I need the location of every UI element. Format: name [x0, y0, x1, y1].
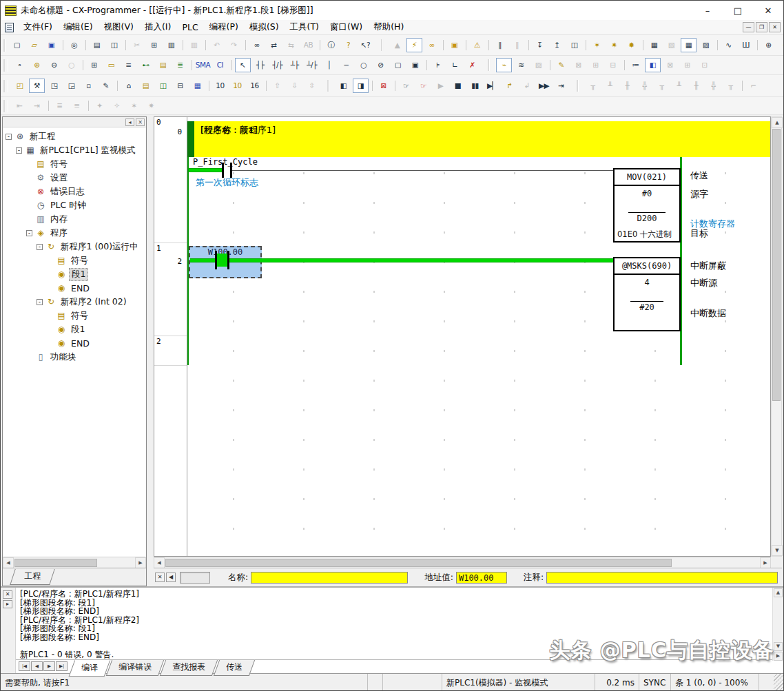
new-horizontal-line[interactable]: ─: [338, 58, 354, 72]
force-cancel[interactable]: ✶: [126, 99, 142, 113]
tab-find-report[interactable]: 查找报表: [160, 660, 218, 676]
nav-first-icon[interactable]: |◀: [19, 661, 30, 671]
show-comments[interactable]: ▭: [103, 58, 119, 72]
transfer-warning[interactable]: ⚠: [469, 38, 485, 52]
tree-item-error-log[interactable]: ⊗ 错误日志: [3, 185, 146, 198]
edit-rungs[interactable]: ⊞: [679, 58, 695, 72]
change-all[interactable]: AB: [300, 38, 316, 52]
sim-pause[interactable]: ▮▮: [467, 79, 483, 93]
watch-window[interactable]: ▦: [646, 38, 662, 52]
sim-to-end[interactable]: ⇥: [553, 79, 569, 93]
show-symbol-bar[interactable]: ≣: [172, 58, 188, 72]
edit-comments[interactable]: ⊠: [662, 58, 678, 72]
tab-compile[interactable]: 编译: [69, 660, 111, 677]
new-closed-or-contact[interactable]: ┴/├: [304, 58, 320, 72]
mov-instruction-block[interactable]: MOV(021) #0 D200 01E0 十六进制: [613, 168, 681, 243]
simulator-online[interactable]: ⌁: [496, 58, 512, 72]
window-close-all[interactable]: ⊠: [375, 79, 391, 93]
differential-set[interactable]: ✷: [143, 99, 159, 113]
msks-instruction-block[interactable]: @MSKS(690) 4 #20: [613, 257, 681, 331]
align-list[interactable]: ≣: [52, 99, 68, 113]
sim-run[interactable]: ▶: [433, 79, 448, 93]
mdi-minimize-button[interactable]: —: [743, 22, 754, 32]
tree-item-program1-end[interactable]: ◉ END: [3, 281, 146, 295]
view-windows[interactable]: ◲: [63, 79, 79, 93]
zoom-in[interactable]: ⊕: [29, 58, 45, 72]
scroll-up-icon[interactable]: ▲: [774, 588, 783, 597]
print-preview[interactable]: ◫: [106, 38, 122, 52]
tree-item-program1-symbols[interactable]: ▤ 符号: [3, 254, 146, 267]
address-reference-tool[interactable]: ▧: [663, 38, 679, 52]
find-report[interactable]: ◎: [66, 38, 82, 52]
tree-item-memory[interactable]: ▥ 内存: [3, 212, 146, 226]
workspace-collapse-button[interactable]: ◂: [125, 118, 134, 126]
go-jump[interactable]: ⇳: [304, 79, 320, 93]
tab-project[interactable]: 工程: [10, 569, 54, 585]
tab-compile-errors[interactable]: 编译错误: [106, 660, 164, 676]
tree-item-function-blocks[interactable]: ▯ 功能块: [3, 350, 146, 364]
pause-scan[interactable]: ☞: [398, 79, 414, 93]
monitor-mode[interactable]: ✷: [606, 38, 622, 52]
send-online-changes[interactable]: ⊠: [570, 58, 586, 72]
view-mini[interactable]: ▫: [81, 79, 96, 93]
mdi-restore-button[interactable]: ❐: [756, 22, 767, 32]
find[interactable]: ∞: [249, 38, 265, 52]
tree-item-program1[interactable]: - ↻ 新程序1 (00)运行中: [3, 240, 146, 254]
tree-expand-toggle[interactable]: -: [16, 147, 22, 154]
menu-plc[interactable]: PLC: [176, 21, 203, 34]
close-button[interactable]: ✕: [753, 1, 783, 20]
memory-view[interactable]: ▦: [189, 79, 205, 93]
scroll-right-icon[interactable]: ▶: [135, 557, 146, 568]
upload-from-plc[interactable]: ↥: [549, 38, 565, 52]
new-closed-contact[interactable]: ┤/├: [269, 58, 285, 72]
nav-prev-icon[interactable]: ◀: [31, 661, 43, 671]
scroll-thumb[interactable]: [14, 559, 97, 567]
new-closed-coil[interactable]: ⊘: [373, 58, 389, 72]
help-topics[interactable]: ?: [340, 38, 356, 52]
rack-io-9[interactable]: ╥: [723, 79, 739, 93]
scroll-down-icon[interactable]: ▼: [772, 545, 783, 556]
address-value-field[interactable]: W100.00: [456, 572, 507, 584]
workspace-close-button[interactable]: ×: [136, 118, 145, 126]
zoom-out[interactable]: ⊖: [46, 58, 62, 72]
rack-io-7[interactable]: ╫: [688, 79, 704, 93]
sim-step[interactable]: ▶▏: [484, 79, 500, 93]
undo[interactable]: ↶: [209, 38, 225, 52]
sim-step-in[interactable]: ↱: [502, 79, 517, 93]
new-instruction-box[interactable]: ▢: [390, 58, 406, 72]
view-ladder-editor[interactable]: ⚒: [29, 79, 45, 93]
output-vertical-scrollbar[interactable]: ▲ ▼ ▶: [772, 588, 783, 661]
properties[interactable]: ✎: [98, 79, 114, 93]
scroll-down-icon[interactable]: ▼: [774, 642, 783, 651]
minimize-button[interactable]: –: [692, 1, 723, 20]
run-mode[interactable]: ✶: [589, 38, 605, 52]
menu-edit[interactable]: 编辑(E): [58, 20, 99, 34]
paste-attributes[interactable]: ▥: [186, 38, 202, 52]
mdi-close-button[interactable]: ✕: [769, 22, 781, 32]
scroll-thumb[interactable]: [165, 559, 672, 567]
return-jump[interactable]: ⌐: [745, 79, 761, 93]
transfer-selected[interactable]: ▨: [530, 58, 546, 72]
monitor-signed-decimal[interactable]: 10: [229, 79, 245, 93]
ladder-editor[interactable]: 0 0 1 2 2 [程序名 : 新程序1] [段名称 : 段1]: [154, 116, 771, 557]
scroll-right-icon[interactable]: ▶: [760, 557, 771, 568]
sim-stop[interactable]: ■: [450, 79, 466, 93]
view-pages[interactable]: ◰: [12, 79, 28, 93]
align-compact[interactable]: ≡: [69, 99, 85, 113]
tree-item-program2[interactable]: - ↻ 新程序2 (Int 02): [3, 295, 146, 309]
transfer-batch[interactable]: ≋: [513, 58, 529, 72]
scroll-right-icon[interactable]: ▶: [774, 652, 783, 661]
new-file[interactable]: ▢: [9, 38, 25, 52]
io-table[interactable]: ◫: [155, 79, 171, 93]
monitor-rung[interactable]: ▤: [155, 58, 171, 72]
debug-mode[interactable]: ✸: [623, 38, 639, 52]
delete-line[interactable]: ✗: [464, 58, 480, 72]
protect-release[interactable]: ⊖: [778, 38, 784, 52]
select-tool[interactable]: ↖: [235, 58, 251, 72]
tree-item-program2-section1[interactable]: ◉ 段1: [3, 322, 146, 336]
work-online-simulator[interactable]: ⚡: [406, 38, 422, 52]
force-on[interactable]: ✦: [92, 99, 107, 113]
menu-tools[interactable]: 工具(T): [285, 20, 324, 34]
print[interactable]: ▤: [89, 38, 105, 52]
scroll-left-icon[interactable]: ◀: [154, 557, 165, 568]
